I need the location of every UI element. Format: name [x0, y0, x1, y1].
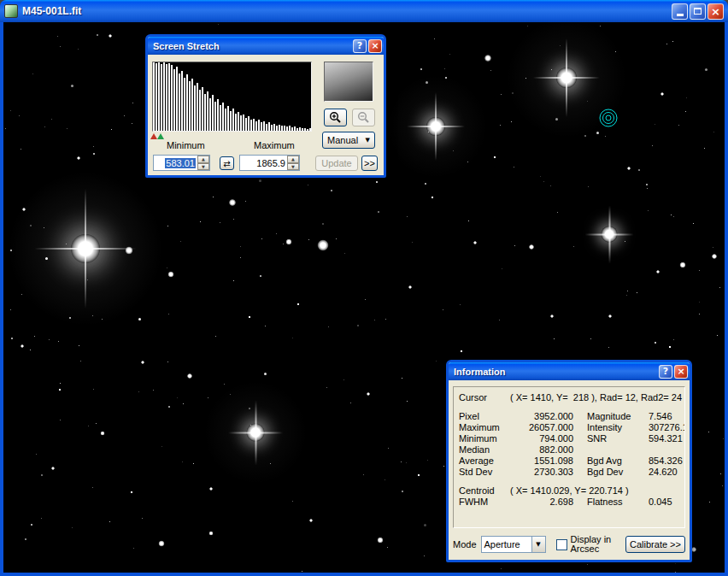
close-button[interactable]: ×: [368, 39, 382, 53]
star-dot: [672, 41, 673, 42]
histogram-bar: [268, 122, 270, 131]
info-cell: Cursor: [459, 392, 510, 403]
star-dot: [600, 26, 601, 26]
arcsec-checkbox[interactable]: [556, 539, 567, 550]
mode-dropdown[interactable]: Aperture ▼: [481, 536, 546, 553]
magnifier-minus-icon: [357, 111, 370, 124]
star-dot: [87, 279, 88, 280]
info-cell: ( X= 1410, Y= 218 ), Rad= 12, Rad2= 24: [510, 392, 682, 403]
star-dot: [44, 126, 45, 127]
star-dot: [699, 270, 700, 271]
star-dot: [626, 295, 627, 296]
help-button[interactable]: ?: [659, 365, 672, 379]
information-titlebar[interactable]: Information ? ×: [449, 362, 690, 380]
star-dot: [627, 291, 628, 291]
info-cell: FWHM: [459, 497, 510, 508]
histogram-bar: [189, 81, 191, 131]
star: [109, 34, 112, 38]
star: [418, 474, 420, 477]
swap-min-max-button[interactable]: ⇄: [220, 156, 234, 170]
star-dot: [722, 485, 723, 486]
star-dot: [302, 571, 302, 572]
star: [297, 303, 300, 306]
update-button: Update: [315, 156, 358, 171]
star-dot: [183, 403, 184, 404]
diffraction-spike: [407, 126, 465, 127]
histogram-bar: [173, 69, 175, 131]
star-dot: [58, 341, 59, 342]
star: [550, 314, 554, 318]
histogram-bar: [194, 85, 196, 131]
star-dot: [525, 78, 526, 79]
screen-stretch-titlebar[interactable]: Screen Stretch ? ×: [148, 37, 384, 55]
window-titlebar[interactable]: M45-001L.fit ×: [0, 0, 728, 22]
star-dot: [220, 222, 220, 223]
calibrate-button[interactable]: Calibrate >>: [625, 536, 685, 553]
star-dot: [72, 527, 73, 528]
close-button[interactable]: ×: [674, 365, 688, 379]
spin-up-button[interactable]: ▲: [287, 156, 299, 163]
star-dot: [36, 454, 37, 455]
info-cell: 26057.000: [510, 422, 573, 433]
histogram-bar: [202, 87, 203, 131]
star-dot: [705, 68, 707, 71]
star-dot: [10, 250, 12, 251]
star-dot: [292, 501, 293, 502]
histogram-bar: [168, 63, 170, 131]
histogram-bar: [296, 128, 298, 131]
star: [187, 373, 192, 379]
info-cell: 594.321: [649, 433, 683, 444]
star: [473, 241, 477, 244]
minimize-icon: [677, 14, 684, 16]
selected-text: 583.01: [165, 158, 196, 168]
star-dot: [685, 111, 686, 112]
close-button[interactable]: ×: [707, 3, 724, 20]
help-button[interactable]: ?: [353, 39, 367, 53]
star-dot: [250, 425, 251, 426]
stretch-mode-dropdown[interactable]: Manual ▼: [322, 132, 375, 149]
star-dot: [49, 339, 50, 340]
star-dot: [723, 438, 724, 439]
zoom-in-button[interactable]: [324, 109, 347, 126]
star-dot: [449, 54, 450, 55]
star-dot: [460, 304, 461, 305]
histogram-bar: [309, 128, 311, 131]
histogram-bar: [299, 127, 301, 131]
spin-down-button[interactable]: ▼: [197, 163, 209, 171]
image-canvas[interactable]: Screen Stretch ? ×: [3, 22, 725, 573]
maximize-button[interactable]: [690, 3, 706, 20]
histogram[interactable]: [152, 62, 312, 132]
star-dot: [401, 461, 402, 462]
min-marker-triangle[interactable]: [150, 133, 157, 139]
info-cell: 307276.125: [649, 422, 685, 433]
star-dot: [79, 345, 79, 346]
star-dot: [638, 169, 640, 171]
star-dot: [512, 92, 514, 94]
star-dot: [647, 188, 648, 189]
spin-up-button[interactable]: ▲: [197, 156, 209, 163]
star-dot: [344, 253, 345, 254]
minimum-input[interactable]: 583.01 ▲ ▼: [153, 155, 210, 171]
info-cell: Average: [459, 456, 510, 467]
star: [71, 234, 100, 263]
star-dot: [424, 555, 425, 556]
star-dot: [21, 149, 21, 150]
spin-down-button[interactable]: ▼: [287, 163, 299, 171]
minimize-button[interactable]: [672, 3, 688, 20]
maximum-input[interactable]: 1865.9 ▲ ▼: [239, 155, 300, 171]
star: [168, 272, 174, 278]
info-spacer: [459, 478, 679, 485]
histogram-bar: [186, 74, 188, 131]
star-dot: [10, 309, 11, 310]
screen-stretch-dialog: Screen Stretch ? ×: [145, 34, 386, 178]
star-dot: [550, 185, 551, 186]
star-dot: [51, 119, 52, 120]
star-dot: [208, 397, 208, 398]
histogram-bar: [225, 109, 226, 131]
max-marker-triangle[interactable]: [157, 133, 164, 139]
info-cell: Pixel: [459, 411, 510, 422]
star-dot: [652, 145, 653, 146]
expand-button[interactable]: >>: [361, 156, 378, 171]
star-dot: [34, 336, 35, 337]
info-cell: [587, 444, 649, 456]
